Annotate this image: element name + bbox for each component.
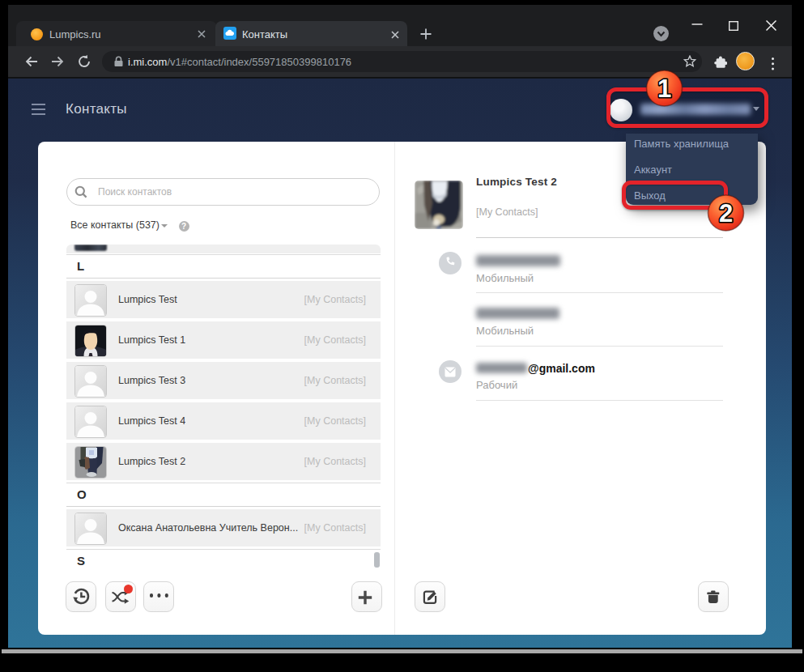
svg-text:2: 2 (719, 199, 733, 228)
svg-text:1: 1 (657, 74, 671, 103)
